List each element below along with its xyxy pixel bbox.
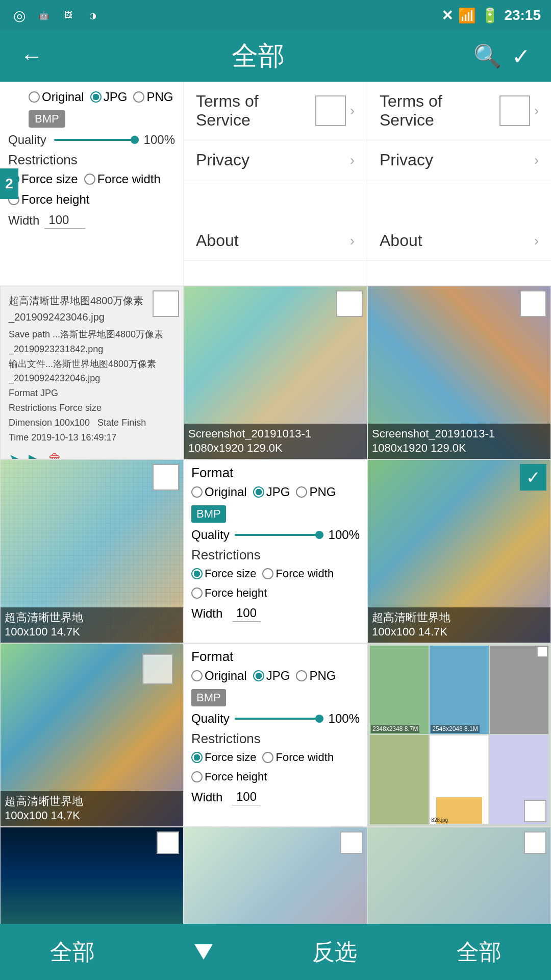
bottom-selectall-button[interactable]: 全部	[441, 932, 517, 972]
terms-checkbox[interactable]	[315, 95, 346, 126]
terms-chevron2: ›	[534, 103, 539, 119]
spiral-icon: ◎	[10, 6, 29, 24]
original-radio[interactable]	[29, 91, 40, 103]
thumbnail-grid: 2348x2348 8.7M 2548x2048 8.1M 828.jpg	[367, 643, 551, 827]
signal-icon: 📶	[458, 7, 476, 24]
png-2[interactable]: PNG	[296, 485, 336, 499]
bmp-2[interactable]: BMP	[191, 505, 226, 523]
thumb-2[interactable]: 2548x2048 8.1M	[430, 646, 488, 734]
image-icon: 🖼	[59, 6, 78, 24]
terms-checkbox2[interactable]	[499, 95, 530, 126]
triangle-icon	[194, 944, 213, 960]
checkbox-1[interactable]	[153, 290, 179, 317]
jpg-radio[interactable]	[90, 91, 102, 103]
bottom-invert-button[interactable]: 反选	[297, 932, 372, 972]
fs-2[interactable]: Force size	[191, 567, 256, 580]
checkbox-r5c3[interactable]	[524, 831, 546, 854]
image-detail-1: 超高清晰世界地图4800万像素_2019092423046.jpg Save p…	[0, 286, 184, 459]
format-bmp[interactable]: BMP	[29, 110, 65, 128]
png-3[interactable]: PNG	[296, 669, 336, 683]
checkbox-aurora[interactable]	[157, 831, 179, 854]
force-size[interactable]: Force size	[8, 172, 78, 186]
privacy-chevron: ›	[350, 152, 355, 168]
checkbox-img3[interactable]	[520, 290, 546, 317]
thumb-3[interactable]	[490, 646, 548, 734]
restrictions-title: Restrictions	[8, 152, 175, 168]
play-icon-1[interactable]: ▶	[29, 449, 40, 459]
fs-3[interactable]: Force size	[191, 751, 256, 764]
force-width[interactable]: Force width	[84, 172, 161, 186]
image-col3-r2[interactable]: Screenshot_20191013-1 551x980 129.0K	[367, 286, 551, 459]
checkbox-r5c2[interactable]	[340, 831, 363, 854]
thumb-1[interactable]: 2348x2348 8.7M	[370, 646, 429, 734]
privacy-chevron2: ›	[534, 152, 539, 168]
thumb-cb[interactable]	[537, 647, 547, 657]
width-val-2[interactable]: 100	[232, 605, 261, 622]
about-menu-item[interactable]: About ›	[184, 221, 367, 261]
image-world-pixelated[interactable]: 超高清晰世界地 100x100 14.7K	[0, 459, 184, 643]
format-jpg[interactable]: JPG	[90, 90, 128, 104]
image-world-big[interactable]: 超高清晰世界地 100x100 14.7K ✓	[367, 459, 551, 643]
width-row: Width 100	[8, 212, 175, 229]
clock: 23:15	[504, 7, 541, 23]
format-label-3: Format	[191, 649, 360, 665]
privacy-menu-item2[interactable]: Privacy ›	[367, 140, 551, 180]
status-left-icons: ◎ 🤖 🖼 ◑	[10, 6, 102, 24]
width-input[interactable]: 100	[44, 212, 85, 229]
png-radio[interactable]	[133, 91, 144, 103]
checkbox-world[interactable]	[153, 464, 179, 491]
terms-chevron: ›	[350, 103, 355, 119]
thumb-5[interactable]: 828.jpg	[430, 735, 488, 824]
quality-slider[interactable]	[54, 139, 139, 141]
checkbox-grid[interactable]	[524, 800, 546, 822]
thumb-4[interactable]	[370, 735, 429, 824]
image-col2-r2[interactable]: Screenshot_20191013-1 551x980 129.0K	[184, 286, 367, 459]
terms-menu-item[interactable]: Terms of Service ›	[184, 82, 367, 140]
quality-slider-2[interactable]	[235, 534, 323, 536]
delete-icon-1[interactable]: 🗑	[48, 449, 62, 459]
orig-2[interactable]: Original	[191, 485, 247, 499]
jpg-2[interactable]: JPG	[253, 485, 290, 499]
image-row2: 超高清晰世界地图4800万像素_2019092423046.jpg Save p…	[0, 286, 551, 459]
checkbox-img2[interactable]	[336, 290, 363, 317]
bottom-all-button[interactable]: 全部	[35, 932, 110, 972]
thumb-grid-inner: 2348x2348 8.7M 2548x2048 8.1M 828.jpg	[368, 644, 550, 826]
confirm-button[interactable]: ✓	[507, 38, 536, 75]
detail-info-1: 超高清晰世界地图4800万像素_2019092423046.jpg Save p…	[9, 292, 175, 445]
bmp-3[interactable]: BMP	[191, 689, 226, 706]
menu-col2: Terms of Service › Privacy › About ›	[184, 82, 367, 286]
width-val-3[interactable]: 100	[232, 789, 261, 805]
image-globe-pixelated[interactable]: 超高清晰世界地 100x100 14.7K	[0, 643, 184, 827]
fh-2[interactable]: Force height	[191, 586, 267, 600]
send-icon-1[interactable]: ➤	[9, 449, 20, 459]
quality-val-3: 100%	[329, 712, 360, 726]
bottom-triangle-button[interactable]	[179, 934, 228, 970]
img-label-world: 超高清晰世界地 100x100 14.7K	[1, 607, 183, 643]
img-label-globe: 超高清晰世界地 100x100 14.7K	[1, 791, 183, 826]
quality-slider-3[interactable]	[235, 718, 323, 720]
fw-2[interactable]: Force width	[262, 567, 334, 580]
format-original[interactable]: Original	[29, 90, 84, 104]
search-button[interactable]: 🔍	[468, 38, 507, 75]
quality-label: Quality	[8, 133, 49, 147]
back-button[interactable]: ←	[15, 38, 48, 74]
width-label-3: Width	[191, 790, 227, 804]
checkbox-globe[interactable]	[142, 654, 173, 684]
number-badge: 2	[0, 168, 18, 199]
force-height[interactable]: Force height	[8, 192, 89, 207]
settings-panel-en: 2 Original JPG PNG BMP	[0, 82, 184, 286]
privacy-menu-item[interactable]: Privacy ›	[184, 140, 367, 180]
about-menu-item2[interactable]: About ›	[367, 221, 551, 261]
top-bar: ← 全部 🔍 ✓	[0, 31, 551, 82]
format-png[interactable]: PNG	[133, 90, 173, 104]
fw-3[interactable]: Force width	[262, 751, 334, 764]
status-bar: ◎ 🤖 🖼 ◑ ✕ 📶 🔋 23:15	[0, 0, 551, 31]
fh-3[interactable]: Force height	[191, 770, 267, 783]
restrict-label-2: Restrictions	[191, 547, 360, 563]
jpg-3[interactable]: JPG	[253, 669, 290, 683]
terms-menu-item2[interactable]: Terms of Service ›	[367, 82, 551, 140]
orig-3[interactable]: Original	[191, 669, 247, 683]
image-row4: 超高清晰世界地 100x100 14.7K Format Original JP…	[0, 643, 551, 827]
teal-check-icon[interactable]: ✓	[520, 464, 546, 491]
page-title: 全部	[48, 38, 468, 74]
